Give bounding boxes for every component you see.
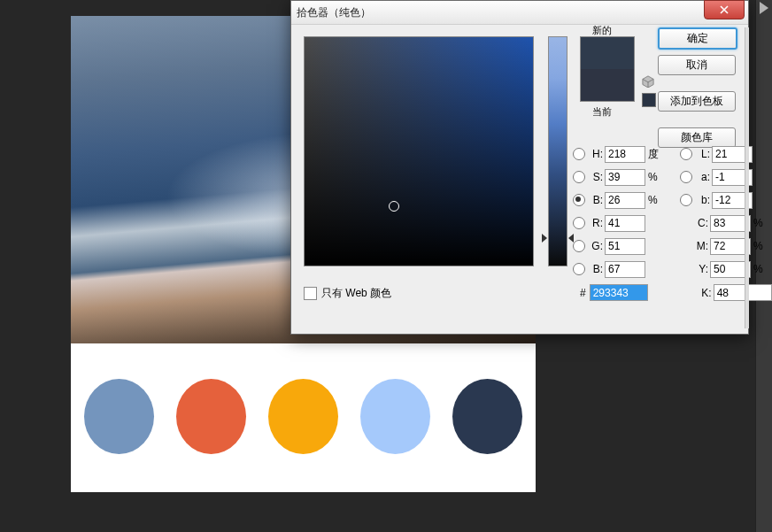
input-g[interactable] xyxy=(605,238,645,255)
label-h: H: xyxy=(587,148,603,160)
radio-g[interactable] xyxy=(573,240,585,252)
gamut-warning-icon[interactable] xyxy=(642,75,654,88)
input-hex[interactable] xyxy=(590,284,648,301)
web-colors-label: 只有 Web 颜色 xyxy=(321,286,391,301)
label-b-hsb: B: xyxy=(587,194,603,206)
color-preview xyxy=(580,36,635,102)
palette-swatch[interactable] xyxy=(452,379,522,454)
palette-swatch[interactable] xyxy=(84,379,154,454)
radio-r[interactable] xyxy=(573,217,585,229)
sv-cursor[interactable] xyxy=(389,201,399,212)
label-r: R: xyxy=(587,217,603,229)
hex-hash: # xyxy=(580,287,586,299)
input-b-hsb[interactable] xyxy=(605,192,645,209)
radio-b-hsb[interactable] xyxy=(573,194,585,206)
add-swatch-button[interactable]: 添加到色板 xyxy=(658,91,736,112)
label-c: C: xyxy=(692,217,708,229)
saturation-value-field[interactable] xyxy=(304,36,534,266)
palette-swatch[interactable] xyxy=(268,379,338,454)
radio-h[interactable] xyxy=(573,148,585,160)
label-b-rgb: B: xyxy=(587,263,603,275)
radio-b-rgb[interactable] xyxy=(573,263,585,275)
dialog-title: 拾色器（纯色） xyxy=(297,5,371,20)
radio-l[interactable] xyxy=(680,148,692,160)
input-h[interactable] xyxy=(605,146,645,163)
label-k: K: xyxy=(696,287,712,299)
input-r[interactable] xyxy=(605,215,645,232)
expand-icon[interactable] xyxy=(760,2,768,14)
checkbox-icon[interactable] xyxy=(304,287,317,300)
web-colors-checkbox[interactable]: 只有 Web 颜色 xyxy=(304,286,391,301)
color-picker-dialog: 拾色器（纯色） 新的 当前 确定 取消 添加到色板 颜色库 H: 度 xyxy=(290,0,749,335)
unit-pct: % xyxy=(648,171,664,183)
new-color-label: 新的 xyxy=(592,24,612,37)
input-k[interactable] xyxy=(714,284,772,301)
dialog-resize-edge[interactable] xyxy=(745,27,749,328)
color-fields: H: 度 L: S: % a: B: % b: xyxy=(573,143,769,281)
radio-a[interactable] xyxy=(680,171,692,183)
palette-row xyxy=(71,352,536,481)
hue-handle-left-icon[interactable] xyxy=(542,234,547,243)
label-a: a: xyxy=(694,171,710,183)
unit-deg: 度 xyxy=(648,147,664,162)
label-g: G: xyxy=(587,240,603,252)
label-y: Y: xyxy=(692,263,708,275)
titlebar[interactable]: 拾色器（纯色） xyxy=(291,1,748,25)
label-s: S: xyxy=(587,171,603,183)
ok-button[interactable]: 确定 xyxy=(658,27,737,50)
preview-new xyxy=(581,37,634,69)
unit-pct: % xyxy=(753,217,769,229)
websafe-swatch[interactable] xyxy=(642,93,656,107)
close-button[interactable] xyxy=(704,0,745,19)
unit-pct: % xyxy=(648,194,664,206)
label-l: L: xyxy=(694,148,710,160)
palette-swatch[interactable] xyxy=(176,379,246,454)
input-b-rgb[interactable] xyxy=(605,261,645,278)
preview-current xyxy=(581,69,634,101)
palette-swatch[interactable] xyxy=(360,379,430,454)
radio-s[interactable] xyxy=(573,171,585,183)
unit-pct: % xyxy=(753,240,769,252)
current-color-label: 当前 xyxy=(592,105,612,119)
input-s[interactable] xyxy=(605,169,645,186)
radio-b-lab[interactable] xyxy=(680,194,692,206)
label-m: M: xyxy=(692,240,708,252)
hue-slider[interactable] xyxy=(548,36,567,266)
label-b-lab: b: xyxy=(694,194,710,206)
unit-pct: % xyxy=(753,263,769,275)
close-icon xyxy=(719,4,730,15)
cancel-button[interactable]: 取消 xyxy=(658,55,736,75)
